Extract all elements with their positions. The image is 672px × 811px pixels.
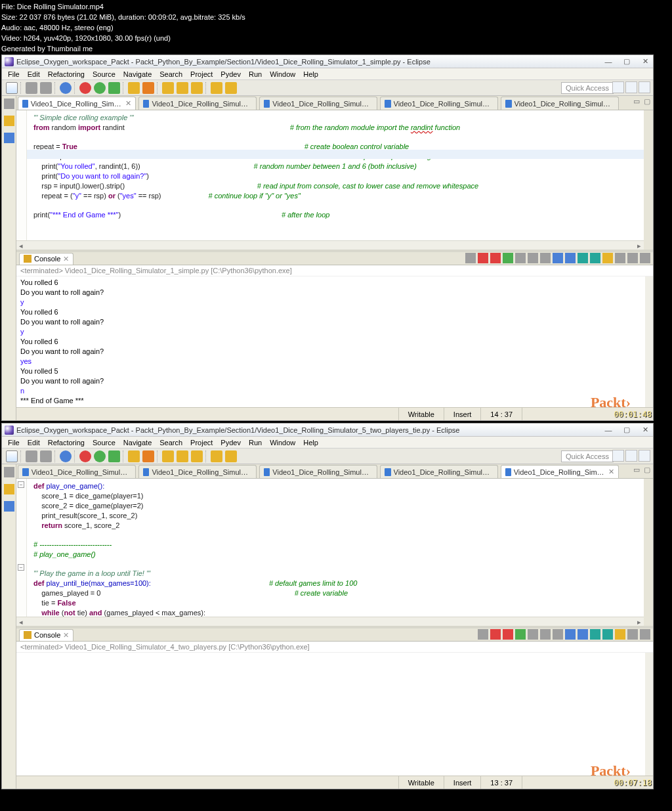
next-annot-button[interactable] (177, 450, 188, 462)
back-button[interactable] (211, 450, 222, 462)
display-console-button[interactable] (565, 253, 576, 263)
editor-horizontal-scrollbar[interactable]: ◂ ▸ (16, 617, 644, 626)
menu-help[interactable]: Help (300, 69, 322, 79)
globe-icon[interactable] (60, 450, 72, 462)
pydev-perspective-button[interactable] (625, 81, 637, 93)
menu-refactor[interactable]: Refactoring (45, 437, 88, 448)
menu-navigate[interactable]: Navigate (120, 437, 155, 448)
search-button[interactable] (142, 450, 154, 462)
maximize-editor-icon[interactable]: ▢ (644, 97, 650, 106)
editor-tab-1[interactable]: Video1_Dice_Rolling_Simulator_1_si... (18, 465, 136, 478)
show-on-stderr-button[interactable] (602, 629, 613, 640)
remove-launch-button[interactable] (490, 629, 501, 640)
menu-run[interactable]: Run (245, 437, 265, 448)
display-console-button[interactable] (578, 629, 588, 640)
toggle-mark-button[interactable] (162, 82, 174, 94)
terminate-button[interactable] (465, 253, 476, 263)
new-button[interactable] (6, 82, 18, 94)
close-button[interactable]: ✕ (640, 426, 650, 435)
close-view-icon[interactable]: ✕ (63, 255, 69, 263)
code-content[interactable]: def play_one_game(): score_1 = dice_game… (16, 479, 644, 626)
menubar[interactable]: File Edit Refactoring Source Navigate Se… (2, 68, 653, 80)
scroll-lock-button[interactable] (528, 253, 538, 263)
forward-button[interactable] (225, 82, 237, 94)
quick-access-input[interactable]: Quick Access (561, 450, 614, 462)
menu-search[interactable]: Search (156, 437, 186, 448)
code-content[interactable]: ''' Simple dice rolling example ''' from… (16, 110, 644, 220)
editor-tab-3[interactable]: Video1_Dice_Rolling_Simulator_3_stats (259, 465, 377, 478)
package-explorer-icon[interactable] (4, 484, 14, 494)
menu-file[interactable]: File (5, 437, 23, 448)
remove-launch-button[interactable] (478, 253, 488, 263)
clear-console-button[interactable] (528, 629, 538, 640)
scroll-left-icon[interactable]: ◂ (16, 617, 26, 626)
console-tab[interactable]: Console ✕ (19, 253, 74, 265)
console-vertical-scrollbar[interactable] (645, 653, 653, 776)
scroll-lock-button[interactable] (540, 629, 551, 640)
open-perspective-button[interactable] (612, 81, 624, 93)
run-last-button[interactable] (108, 82, 120, 94)
maximize-editor-icon[interactable]: ▢ (644, 466, 650, 474)
maximize-button[interactable]: ▢ (621, 57, 632, 66)
relaunch-button[interactable] (503, 253, 513, 263)
editor-tab-5[interactable]: Video1_Dice_Rolling_Simulator_5_tw...✕ (501, 465, 619, 478)
editor-tab-2[interactable]: Video1_Dice_Rolling_Simulator_2_un... (138, 97, 257, 110)
run-button[interactable] (94, 82, 106, 94)
code-editor[interactable]: − − def play_one_game(): score_1 = dice_… (16, 479, 653, 626)
scroll-right-icon[interactable]: ▸ (635, 241, 644, 250)
menubar[interactable]: File Edit Refactoring Source Navigate Se… (2, 437, 653, 449)
prev-annot-button[interactable] (191, 82, 203, 94)
minimize-editor-icon[interactable]: ▭ (633, 97, 640, 106)
pin-console-button[interactable] (565, 629, 576, 640)
minimize-button[interactable]: — (603, 426, 614, 435)
open-type-button[interactable] (128, 82, 140, 94)
remove-all-button[interactable] (490, 253, 501, 263)
max-button[interactable] (640, 253, 650, 263)
search-button[interactable] (142, 82, 154, 94)
menu-window[interactable]: Window (266, 437, 299, 448)
restore-view-icon[interactable] (4, 99, 14, 109)
open-type-button[interactable] (128, 450, 140, 462)
fold-toggle-icon[interactable]: − (18, 564, 24, 571)
title-bar[interactable]: Eclipse_Oxygen_workspace_Packt - Packt_P… (2, 55, 653, 68)
debug-button[interactable] (79, 82, 91, 94)
debug-perspective-button[interactable] (639, 450, 650, 462)
menu-run[interactable]: Run (245, 69, 265, 79)
min-button[interactable] (627, 253, 638, 263)
show-on-stdout-button[interactable] (590, 629, 600, 640)
console-output[interactable] (16, 653, 653, 776)
save-button[interactable] (26, 450, 37, 462)
editor-tab-2[interactable]: Video1_Dice_Rolling_Simulator_2_un... (138, 465, 257, 478)
menu-help[interactable]: Help (300, 437, 322, 448)
editor-tab-5[interactable]: Video1_Dice_Rolling_Simulator_5_tw... (501, 97, 619, 110)
globe-icon[interactable] (60, 82, 72, 94)
clear-console-button[interactable] (515, 253, 526, 263)
menu-refactor[interactable]: Refactoring (45, 69, 88, 79)
fold-toggle-icon[interactable]: − (18, 481, 24, 488)
console-vertical-scrollbar[interactable] (645, 276, 653, 407)
open-console-button[interactable] (602, 253, 613, 263)
quick-access-input[interactable]: Quick Access (561, 82, 614, 94)
console-output[interactable]: You rolled 6 Do you want to roll again? … (16, 276, 653, 407)
editor-tab-3[interactable]: Video1_Dice_Rolling_Simulator_3_stats (259, 97, 377, 110)
close-tab-icon[interactable]: ✕ (608, 468, 614, 476)
close-button[interactable]: ✕ (640, 57, 650, 66)
menu-project[interactable]: Project (187, 69, 216, 79)
pin-console-button[interactable] (553, 253, 563, 263)
editor-tab-4[interactable]: Video1_Dice_Rolling_Simulator_4_tw... (380, 465, 498, 478)
outline-icon[interactable] (4, 133, 14, 143)
menu-navigate[interactable]: Navigate (120, 69, 155, 79)
menu-project[interactable]: Project (187, 437, 216, 448)
min-button[interactable] (627, 629, 638, 640)
code-editor[interactable]: ''' Simple dice rolling example ''' from… (16, 110, 653, 250)
minimize-button[interactable]: — (603, 57, 614, 66)
outline-icon[interactable] (4, 501, 14, 512)
save-button[interactable] (26, 82, 37, 94)
package-explorer-icon[interactable] (4, 116, 14, 126)
maximize-button[interactable]: ▢ (621, 426, 632, 435)
forward-button[interactable] (225, 450, 237, 462)
close-tab-icon[interactable]: ✕ (125, 99, 131, 108)
menu-source[interactable]: Source (89, 437, 119, 448)
scroll-left-icon[interactable]: ◂ (16, 241, 26, 250)
save-all-button[interactable] (40, 82, 52, 94)
